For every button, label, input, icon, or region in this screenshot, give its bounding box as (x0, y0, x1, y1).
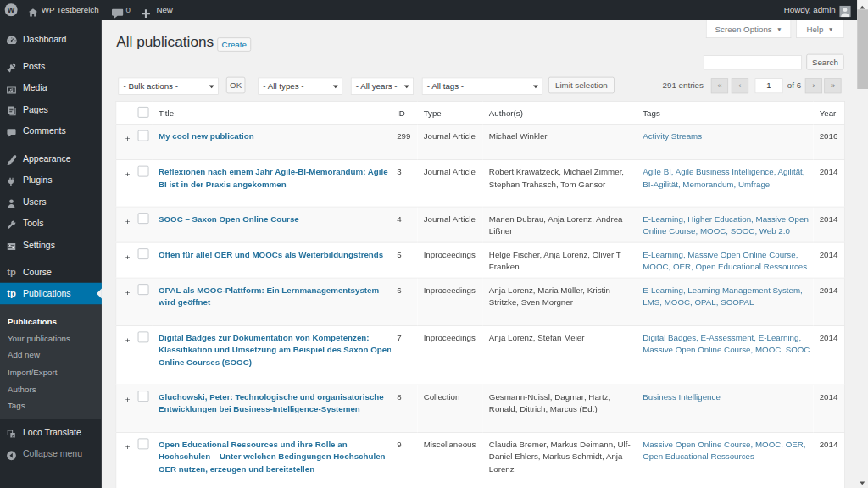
svg-text:W: W (8, 6, 15, 14)
